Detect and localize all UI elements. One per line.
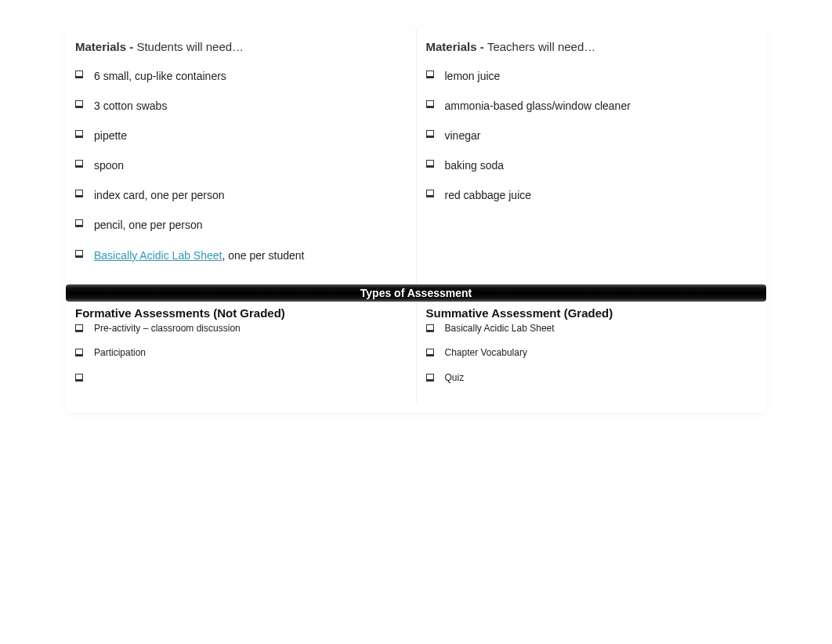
list-item: pipette [75, 128, 407, 143]
item-text: Pre-activity – classroom discussion [94, 323, 241, 335]
list-item: Participation [75, 347, 407, 360]
checkbox-icon [426, 130, 434, 138]
list-item: red cabbage juice [426, 188, 758, 202]
checkbox-icon [75, 130, 83, 138]
svg-rect-7 [76, 165, 83, 168]
heading-bold: Materials - [75, 40, 136, 53]
list-item: Basically Acidic Lab Sheet [426, 323, 758, 335]
list-item [75, 372, 407, 382]
checkbox-icon [75, 71, 83, 78]
svg-rect-35 [426, 379, 433, 382]
item-text: Chapter Vocabulary [445, 347, 527, 360]
heading-bold: Materials - [426, 40, 487, 53]
list-item: pencil, one per person [75, 218, 407, 232]
checkbox-icon [75, 349, 83, 356]
svg-rect-13 [76, 255, 83, 258]
materials-students-column: Materials - Students will need… 6 small,… [66, 28, 416, 284]
svg-rect-27 [76, 354, 83, 356]
checkbox-icon [426, 100, 434, 108]
checkbox-icon [426, 349, 434, 356]
list-item: Quiz [426, 372, 758, 385]
list-item: ammonia-based glass/window cleaner [426, 99, 758, 113]
svg-rect-31 [426, 330, 433, 332]
svg-rect-11 [76, 225, 83, 227]
checkbox-icon [75, 100, 83, 108]
checkbox-icon [75, 219, 83, 227]
materials-teachers-column: Materials - Teachers will need… lemon ju… [417, 28, 767, 284]
item-text: spoon [94, 158, 124, 172]
checkbox-icon [426, 374, 434, 382]
materials-teachers-list: lemon juice ammonia-based glass/window c… [426, 69, 758, 203]
svg-rect-29 [76, 379, 83, 382]
list-item: Basically Acidic Lab Sheet, one per stud… [75, 248, 407, 262]
svg-rect-25 [76, 330, 83, 332]
item-text: Participation [94, 347, 146, 360]
list-item: Pre-activity – classroom discussion [75, 323, 407, 335]
checkbox-icon [75, 190, 83, 197]
svg-rect-19 [426, 136, 433, 138]
item-text: red cabbage juice [445, 188, 532, 202]
list-item: Chapter Vocabulary [426, 347, 758, 360]
item-text: pipette [94, 128, 127, 143]
materials-section: Materials - Students will need… 6 small,… [66, 28, 766, 284]
checkbox-icon [426, 71, 434, 78]
svg-rect-3 [76, 106, 83, 108]
formative-list: Pre-activity – classroom discussion Part… [75, 323, 407, 382]
checkbox-icon [75, 160, 83, 168]
svg-rect-23 [426, 195, 433, 197]
list-item: 6 small, cup-like containers [75, 69, 407, 83]
svg-rect-15 [426, 76, 433, 78]
list-item: baking soda [426, 158, 758, 172]
item-text: baking soda [445, 158, 505, 172]
heading-rest: Students will need… [136, 40, 244, 53]
summative-column: Summative Assessment (Graded) Basically … [417, 302, 767, 403]
lesson-plan-card: Materials - Students will need… 6 small,… [66, 28, 766, 413]
item-text: pencil, one per person [94, 218, 203, 232]
formative-column: Formative Assessments (Not Graded) Pre-a… [66, 302, 416, 403]
item-suffix: , one per student [222, 249, 304, 262]
summative-heading: Summative Assessment (Graded) [426, 306, 758, 320]
list-item: index card, one per person [75, 188, 407, 202]
materials-students-heading: Materials - Students will need… [75, 39, 407, 55]
item-text: 3 cotton swabs [94, 99, 167, 113]
checkbox-icon [75, 374, 83, 382]
svg-rect-9 [76, 195, 83, 197]
item-text: Quiz [445, 372, 465, 385]
svg-rect-33 [426, 354, 433, 356]
item-text: ammonia-based glass/window cleaner [445, 99, 631, 113]
svg-rect-17 [426, 106, 433, 108]
item-text: index card, one per person [94, 188, 225, 202]
item-text: lemon juice [445, 69, 501, 83]
checkbox-icon [75, 250, 83, 258]
list-item: 3 cotton swabs [75, 99, 407, 113]
banner-title: Types of Assessment [360, 287, 472, 299]
assessments-section: Formative Assessments (Not Graded) Pre-a… [66, 302, 766, 403]
materials-teachers-heading: Materials - Teachers will need… [426, 39, 758, 55]
list-item: vinegar [426, 128, 758, 143]
item-text: 6 small, cup-like containers [94, 69, 226, 83]
lab-sheet-link[interactable]: Basically Acidic Lab Sheet [94, 249, 222, 262]
heading-rest: Teachers will need… [487, 40, 595, 53]
checkbox-icon [75, 324, 83, 332]
materials-students-list: 6 small, cup-like containers 3 cotton sw… [75, 69, 407, 262]
assessment-banner: Types of Assessment [66, 284, 766, 302]
svg-rect-5 [76, 136, 83, 138]
checkbox-icon [426, 324, 434, 332]
list-item: spoon [75, 158, 407, 172]
item-text: Basically Acidic Lab Sheet [445, 323, 555, 335]
svg-rect-1 [76, 76, 83, 78]
summative-list: Basically Acidic Lab Sheet Chapter Vocab… [426, 323, 758, 385]
formative-heading: Formative Assessments (Not Graded) [75, 306, 407, 320]
item-text-container: Basically Acidic Lab Sheet, one per stud… [94, 248, 305, 262]
svg-rect-21 [426, 165, 433, 168]
item-text: vinegar [445, 128, 481, 143]
checkbox-icon [426, 160, 434, 168]
list-item: lemon juice [426, 69, 758, 83]
checkbox-icon [426, 190, 434, 197]
